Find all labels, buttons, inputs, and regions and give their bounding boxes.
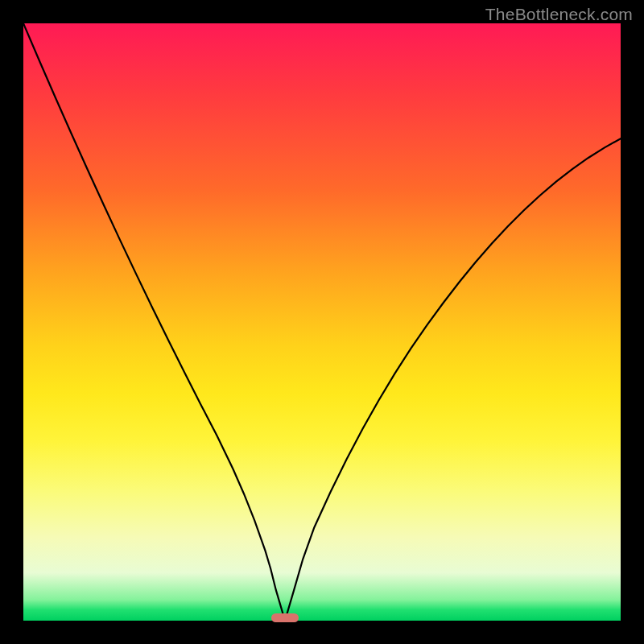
watermark-text: TheBottleneck.com (485, 5, 633, 24)
optimal-marker (271, 613, 299, 622)
curve-svg (23, 23, 621, 621)
chart-frame: TheBottleneck.com (0, 0, 644, 644)
bottleneck-curve (23, 23, 621, 621)
plot-area (23, 23, 621, 621)
